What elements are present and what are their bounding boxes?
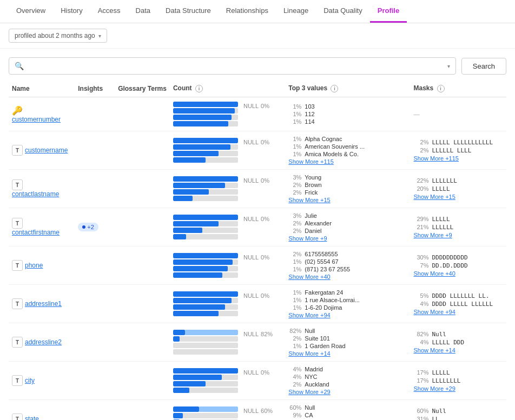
header-name: Name	[9, 80, 75, 97]
bar-fill-solid	[173, 311, 219, 316]
nav-history[interactable]: History	[53, 0, 90, 23]
show-more-masks-link[interactable]: Show More +15	[414, 194, 504, 200]
null-info: NULL 0%	[241, 254, 269, 261]
count-info-icon[interactable]: i	[195, 85, 203, 92]
nav-data-quality[interactable]: Data Quality	[316, 0, 370, 23]
mask-val: DD.DD.DDDD	[432, 262, 468, 269]
show-more-top3-link[interactable]: Show More +94	[288, 312, 407, 318]
field-name-link[interactable]: contactfirstname	[12, 229, 60, 236]
field-name-link[interactable]: state	[25, 415, 39, 421]
null-pct: 0%	[261, 292, 269, 299]
nav-data-structure[interactable]: Data Structure	[158, 0, 219, 23]
mask-val: LLLLLLL	[432, 177, 457, 184]
bar-fill-solid	[173, 336, 180, 342]
nav-profile[interactable]: Profile	[370, 0, 407, 23]
profile-badge-button[interactable]: profiled about 2 months ago ▾	[9, 29, 107, 43]
bar-fill-solid	[173, 183, 225, 188]
field-name-link[interactable]: customername	[25, 146, 68, 154]
nav-overview[interactable]: Overview	[9, 0, 53, 23]
data-table-wrap: Name Insights Glossary Terms Count i Top…	[0, 80, 515, 420]
count-cell: NULL 0%	[170, 170, 285, 208]
top-navigation: Overview History Access Data Data Struct…	[0, 0, 515, 23]
masks-cell: 60% Null 31% LL Show More +7	[411, 400, 507, 421]
null-info: NULL 0%	[241, 216, 269, 222]
search-button[interactable]: Search	[461, 58, 506, 75]
search-input[interactable]	[27, 62, 444, 70]
type-text-icon: T	[12, 375, 23, 386]
top3-pct: 1%	[288, 143, 301, 150]
top3-group: 3% Julie 2% Alexander 2% Daniel Show Mor…	[288, 212, 407, 242]
bar-fill-solid	[173, 253, 238, 258]
mask-val: LL	[432, 416, 439, 420]
field-name-link[interactable]: contactlastname	[12, 190, 59, 198]
show-more-masks-link[interactable]: Show More +94	[414, 309, 504, 315]
type-text-icon: T	[12, 260, 23, 271]
mask-val: LLLLL LLLLLLLLLLL	[432, 139, 493, 146]
top3-val: Madrid	[305, 366, 323, 372]
type-text-icon: T	[12, 337, 23, 348]
bar-track	[173, 406, 238, 412]
top3-row: 1% Fakergatan 24	[288, 289, 407, 296]
show-more-masks-link[interactable]: Show More +29	[414, 385, 504, 392]
null-label: NULL	[243, 292, 259, 299]
show-more-top3-link[interactable]: Show More +29	[288, 389, 407, 395]
count-cell: NULL 0%	[170, 97, 285, 131]
count-inner: NULL 0%	[173, 138, 282, 163]
top3-val: 1 rue Alsace-Lorrai...	[305, 297, 360, 303]
nav-relationships[interactable]: Relationships	[219, 0, 276, 23]
bar-track	[173, 330, 238, 335]
show-more-top3-link[interactable]: Show More +40	[288, 274, 407, 280]
table-row: Tcontactfirstname+2 NULL	[9, 208, 506, 246]
show-more-masks-link[interactable]: Show More +115	[414, 155, 504, 162]
null-pct: 0%	[261, 216, 269, 222]
subbar: profiled about 2 months ago ▾	[0, 23, 515, 49]
show-more-top3-link[interactable]: Show More +15	[288, 197, 407, 203]
top3-cell: 82% Null 2% Suite 101 1% 1 Garden Road S…	[285, 323, 410, 362]
bar-fill-solid	[173, 304, 225, 310]
dropdown-caret-icon[interactable]: ▾	[447, 63, 450, 69]
bar-group	[173, 368, 238, 393]
show-more-top3-link[interactable]: Show More +9	[288, 235, 407, 242]
field-name-link[interactable]: addressline2	[25, 338, 62, 346]
bar-track	[173, 183, 238, 188]
show-more-masks-link[interactable]: Show More +14	[414, 347, 504, 354]
show-more-top3-link[interactable]: Show More +14	[288, 350, 407, 357]
mask-row: 60% Null	[414, 408, 504, 415]
show-more-masks-link[interactable]: Show More +9	[414, 232, 504, 238]
nav-access[interactable]: Access	[90, 0, 128, 23]
nav-data[interactable]: Data	[128, 0, 158, 23]
mask-row: 7% DD.DD.DDDD	[414, 262, 504, 269]
bar-fill-solid	[173, 121, 228, 126]
nav-lineage[interactable]: Lineage	[276, 0, 316, 23]
masks-cell: 2% LLLLL LLLLLLLLLLL 2% LLLLLL LLLL Show…	[411, 131, 507, 170]
search-icon: 🔍	[15, 62, 24, 70]
mask-val: Null	[432, 331, 447, 338]
top3-group: 1% 103 1% 112 1% 114	[288, 103, 407, 125]
mask-pct: 30%	[414, 254, 429, 261]
masks-info-icon[interactable]: i	[437, 85, 445, 92]
bar-row	[173, 272, 238, 278]
top3-val: 6175558555	[305, 251, 338, 257]
top3-pct: 4%	[288, 374, 301, 380]
glossary-cell	[115, 323, 170, 362]
field-name-link[interactable]: city	[25, 377, 35, 384]
type-text-icon: T	[12, 179, 23, 190]
insights-badge[interactable]: +2	[78, 223, 98, 231]
insights-cell	[75, 131, 115, 170]
bar-fill-solid	[173, 413, 183, 418]
bar-track	[173, 189, 238, 195]
null-info: NULL 0%	[241, 177, 269, 184]
bar-track	[173, 304, 238, 310]
top3-val: (871) 23 67 2555	[305, 266, 350, 272]
show-more-masks-link[interactable]: Show More +40	[414, 270, 504, 277]
mask-val: LLLLLLLL	[432, 377, 461, 384]
field-name-link[interactable]: customernumber	[12, 116, 61, 123]
top3-pct: 2%	[288, 251, 301, 257]
show-more-top3-link[interactable]: Show More +115	[288, 158, 407, 165]
field-name-link[interactable]: phone	[25, 262, 43, 269]
field-name-link[interactable]: addressline1	[25, 300, 62, 308]
top3-info-icon[interactable]: i	[331, 85, 338, 92]
top3-pct: 1%	[288, 297, 301, 303]
bar-group	[173, 406, 238, 420]
null-label: NULL	[243, 103, 259, 109]
